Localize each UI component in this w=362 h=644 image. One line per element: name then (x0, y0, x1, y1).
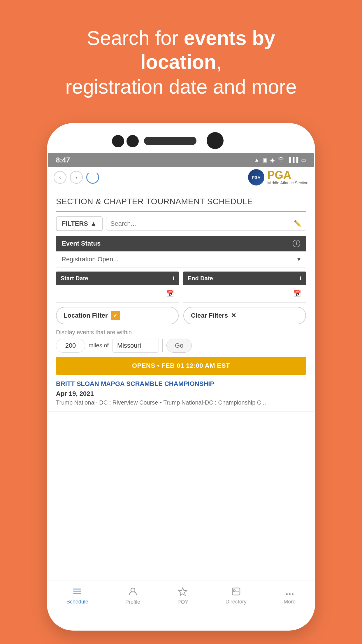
page-title: SECTION & CHAPTER TOURNAMENT SCHEDULE (56, 196, 306, 207)
end-date-col: End Date i 📅 (183, 272, 306, 303)
promo-line1: Search for events by location, (50, 26, 312, 74)
nav-item-directory[interactable]: Directory (226, 587, 247, 605)
clear-filters-label: Clear Filters (191, 312, 228, 319)
nav-item-schedule[interactable]: Schedule (66, 587, 88, 605)
schedule-icon (73, 587, 82, 598)
date-filters-panel: Start Date i 📅 End Date i 📅 (48, 272, 314, 307)
distance-row: miles of Go (56, 339, 306, 353)
promo-line2: registration date and more (50, 74, 312, 99)
svg-rect-6 (233, 590, 235, 592)
status-time: 8:47 (56, 156, 70, 164)
location-filter-checkbox: ✓ (111, 311, 120, 320)
end-date-header: End Date i (183, 272, 306, 285)
end-date-label: End Date (188, 275, 213, 282)
forward-button[interactable]: › (70, 171, 83, 184)
status-bar: 8:47 ▲ ▣ ◉ ▐▐▐ ▭ (48, 153, 314, 167)
title-underline (56, 211, 306, 212)
action-row: Location Filter ✓ Clear Filters ✕ (48, 307, 314, 329)
location-filter-label: Location Filter (64, 312, 108, 319)
poy-label: POY (177, 599, 188, 605)
directory-icon (232, 587, 240, 598)
promo-line1-plain: Search for (87, 27, 184, 49)
go-label: Go (175, 342, 183, 349)
svg-rect-3 (73, 589, 75, 589)
forward-icon: › (75, 174, 77, 181)
filters-arrow-icon: ▲ (90, 220, 97, 228)
storage-icon: ▣ (262, 157, 267, 163)
back-icon: ‹ (59, 174, 61, 181)
divider (162, 339, 163, 352)
nav-item-profile[interactable]: Profile (125, 587, 140, 605)
start-date-label: Start Date (61, 275, 88, 282)
event-card[interactable]: BRITT SLOAN MAPGA SCRAMBLE CHAMPIONSHIP … (48, 375, 314, 412)
promo-header: Search for events by location, registrat… (50, 26, 312, 100)
filters-row: FILTERS ▲ ✏️ (48, 216, 314, 236)
event-status-label: Event Status (62, 240, 101, 247)
clear-filters-x-icon: ✕ (231, 312, 236, 319)
event-status-select[interactable]: Registration Open... ▾ (56, 251, 306, 267)
more-label: More (284, 599, 296, 605)
signal-bars-icon: ▐▐▐ (287, 157, 298, 163)
distance-input[interactable] (56, 339, 85, 353)
page-title-section: SECTION & CHAPTER TOURNAMENT SCHEDULE (48, 188, 314, 216)
more-icon (285, 588, 294, 598)
end-date-calendar-icon: 📅 (293, 290, 301, 298)
event-status-value: Registration Open... (61, 256, 119, 263)
phone-frame: 8:47 ▲ ▣ ◉ ▐▐▐ ▭ ‹ (47, 123, 315, 631)
pga-name: PGA (267, 169, 308, 181)
phone-home-bar (152, 620, 210, 623)
location-filter-button[interactable]: Location Filter ✓ (56, 307, 179, 324)
end-date-input[interactable]: 📅 (183, 285, 306, 303)
event-status-info-icon[interactable]: i (293, 240, 300, 247)
back-button[interactable]: ‹ (54, 171, 66, 184)
app-content: SECTION & CHAPTER TOURNAMENT SCHEDULE FI… (48, 188, 314, 612)
event-location: Trump National- DC : Riverview Course • … (56, 399, 306, 406)
display-events-text: Display events that are within (56, 329, 306, 336)
location-distance-section: Display events that are within miles of … (48, 329, 314, 357)
search-box: ✏️ (106, 217, 306, 231)
location-input[interactable] (112, 339, 159, 353)
event-date: Apr 19, 2021 (56, 390, 306, 398)
pga-sub-title: Middle Atlantic Section (267, 181, 308, 185)
event-title[interactable]: BRITT SLOAN MAPGA SCRAMBLE CHAMPIONSHIP (56, 380, 306, 388)
content-spacer (48, 412, 314, 580)
search-input[interactable] (110, 220, 294, 228)
event-status-header: Event Status i (56, 236, 306, 251)
event-banner-text: OPENS • FEB 01 12:00 AM EST (132, 362, 230, 369)
svg-point-11 (289, 593, 291, 595)
start-date-col: Start Date i 📅 (56, 272, 179, 303)
chevron-down-icon: ▾ (297, 256, 301, 263)
pga-badge-text: PGA (252, 175, 260, 180)
start-date-input[interactable]: 📅 (56, 285, 179, 303)
search-pen-icon[interactable]: ✏️ (294, 220, 302, 228)
nav-item-more[interactable]: More (284, 588, 296, 605)
filters-label: FILTERS (62, 220, 88, 228)
svg-rect-2 (73, 593, 81, 594)
poy-icon (178, 587, 187, 598)
refresh-button[interactable] (86, 171, 99, 184)
pga-logo-circle: PGA (248, 169, 264, 186)
start-date-info-icon[interactable]: i (173, 275, 174, 282)
pga-logo-area: PGA PGA Middle Atlantic Section (248, 169, 308, 186)
profile-icon (129, 587, 137, 598)
svg-point-12 (292, 593, 294, 595)
miles-text: miles of (89, 342, 109, 349)
wifi-icon (278, 157, 284, 163)
end-date-info-icon[interactable]: i (300, 275, 301, 282)
browser-toolbar: ‹ › PGA PGA Middle Atlantic Section (48, 167, 314, 188)
event-banner: OPENS • FEB 01 12:00 AM EST (56, 357, 306, 375)
nav-item-poy[interactable]: POY (177, 587, 188, 605)
phone-dot-right (126, 135, 139, 147)
go-button[interactable]: Go (166, 339, 192, 353)
phone-camera (207, 132, 224, 149)
pga-text-group: PGA Middle Atlantic Section (267, 169, 308, 185)
directory-label: Directory (226, 599, 247, 605)
filters-button[interactable]: FILTERS ▲ (56, 216, 103, 231)
phone-speaker (144, 137, 196, 145)
battery-icon: ▭ (301, 157, 306, 163)
status-icons: ▲ ▣ ◉ ▐▐▐ ▭ (254, 157, 306, 163)
clear-filters-button[interactable]: Clear Filters ✕ (183, 307, 306, 324)
start-date-header: Start Date i (56, 272, 179, 285)
profile-label: Profile (125, 599, 140, 605)
phone-screen: 8:47 ▲ ▣ ◉ ▐▐▐ ▭ ‹ (48, 153, 314, 612)
